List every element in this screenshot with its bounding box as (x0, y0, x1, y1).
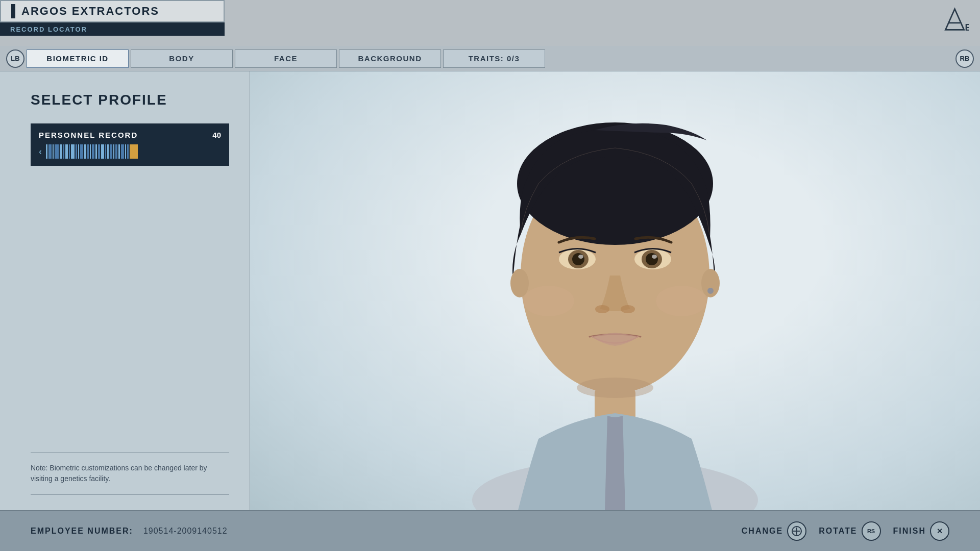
bar (95, 144, 97, 159)
bar (60, 144, 62, 159)
main-content: SELECT PROFILE PERSONNEL RECORD 40 ‹ (0, 71, 980, 510)
note-divider-top (31, 452, 229, 453)
bar (84, 144, 86, 159)
bar (65, 144, 68, 159)
bar (69, 144, 70, 159)
note-divider-bottom (31, 494, 229, 495)
finish-action: FINISH ✕ (893, 521, 949, 541)
profile-barcode (46, 144, 221, 159)
portrait-container (250, 71, 980, 510)
bar (63, 144, 64, 159)
employee-number: 190514-2009140512 (143, 527, 228, 536)
svg-point-19 (595, 305, 609, 313)
finish-label: FINISH (893, 527, 926, 536)
profile-card-number: 40 (212, 131, 221, 139)
change-icon (791, 525, 802, 537)
change-action: CHANGE (742, 521, 806, 541)
svg-text:E: E (965, 22, 969, 32)
svg-point-18 (652, 255, 657, 259)
bar (98, 144, 100, 159)
change-button[interactable] (787, 521, 806, 541)
svg-point-8 (510, 269, 529, 297)
right-panel (250, 71, 980, 510)
rotate-button-label: RS (867, 528, 875, 534)
left-panel: SELECT PROFILE PERSONNEL RECORD 40 ‹ (0, 71, 250, 510)
tab-background[interactable]: BACKGROUND (339, 49, 441, 68)
rotate-label: ROTATE (819, 527, 857, 536)
bar (125, 144, 126, 159)
bar (101, 144, 104, 159)
ae-logo-svg: E (941, 7, 969, 32)
bar (115, 144, 117, 159)
bar (118, 144, 120, 159)
svg-point-6 (577, 378, 653, 398)
svg-marker-0 (945, 9, 964, 30)
bar-accent (130, 144, 138, 159)
rb-button[interactable]: RB (955, 49, 974, 68)
bar (127, 144, 129, 159)
section-title: SELECT PROFILE (31, 92, 229, 108)
ae-logo: E (939, 5, 970, 33)
bar (78, 144, 79, 159)
svg-point-13 (572, 253, 584, 265)
svg-point-17 (646, 253, 658, 265)
bar (87, 144, 89, 159)
title-indicator (11, 4, 15, 18)
bar (53, 144, 54, 159)
finish-button-label: ✕ (937, 527, 943, 535)
change-label: CHANGE (742, 527, 783, 536)
bar (76, 144, 77, 159)
record-locator-bar: RECORD LOCATOR (0, 22, 225, 36)
bar (48, 144, 52, 159)
note-text: Note: Biometric customizations can be ch… (31, 463, 229, 484)
tab-biometric-id[interactable]: BIOMETRIC ID (27, 49, 129, 68)
bar (90, 144, 91, 159)
bar (55, 144, 59, 159)
bar (92, 144, 94, 159)
profile-nav-arrow[interactable]: ‹ (39, 146, 42, 157)
bar (46, 144, 47, 159)
bar (107, 144, 109, 159)
profile-card-header: PERSONNEL RECORD 40 (39, 131, 221, 139)
spacer (31, 166, 229, 452)
rotate-button[interactable]: RS (862, 521, 881, 541)
finish-button[interactable]: ✕ (930, 521, 949, 541)
bar (110, 144, 112, 159)
svg-point-14 (578, 255, 583, 259)
bottom-bar: EMPLOYEE NUMBER: 190514-2009140512 CHANG… (0, 510, 980, 551)
svg-point-20 (621, 305, 635, 313)
tab-body[interactable]: BODY (131, 49, 233, 68)
bar (71, 144, 75, 159)
app-title-bar: ARGOS EXTRACTORS (0, 0, 225, 22)
profile-card-bar-row: ‹ (39, 144, 221, 159)
character-portrait-svg (436, 71, 794, 510)
title-block: ARGOS EXTRACTORS RECORD LOCATOR (0, 0, 225, 36)
lb-button[interactable]: LB (6, 49, 24, 68)
profile-card[interactable]: PERSONNEL RECORD 40 ‹ (31, 123, 229, 166)
bar (113, 144, 114, 159)
employee-label: EMPLOYEE NUMBER: (31, 527, 133, 536)
top-header: ARGOS EXTRACTORS RECORD LOCATOR E (0, 0, 980, 46)
svg-point-21 (523, 286, 574, 316)
rotate-action: ROTATE RS (819, 521, 880, 541)
svg-point-10 (707, 288, 714, 294)
bar (105, 144, 106, 159)
bar (80, 144, 83, 159)
bar (121, 144, 124, 159)
tab-face[interactable]: FACE (235, 49, 337, 68)
nav-tabs: LB BIOMETRIC ID BODY FACE BACKGROUND TRA… (0, 46, 980, 71)
bottom-actions: CHANGE ROTATE RS FINISH ✕ (742, 521, 949, 541)
app-title: ARGOS EXTRACTORS (21, 5, 159, 18)
tab-traits[interactable]: TRAITS: 0/3 (443, 49, 545, 68)
svg-point-22 (656, 286, 707, 316)
profile-card-title: PERSONNEL RECORD (39, 131, 138, 139)
record-locator-text: RECORD LOCATOR (10, 26, 87, 33)
